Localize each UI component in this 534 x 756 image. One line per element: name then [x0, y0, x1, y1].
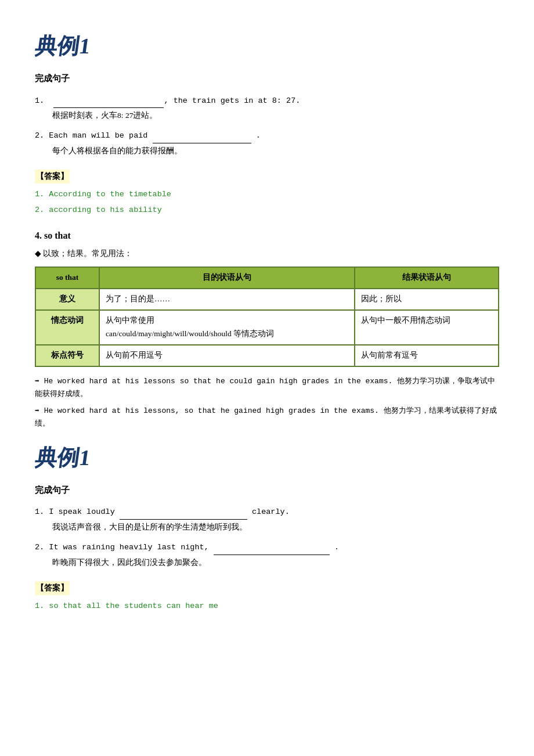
example-2-translation: 他努力学习，结果考试获得了好成绩。 — [35, 406, 497, 427]
q2-after-blank: . — [256, 131, 261, 140]
q1-number: 1. — [35, 96, 44, 105]
table-cell-meaning-col1: 为了；目的是…… — [99, 289, 355, 310]
example-1-translation: 他努力学习功课，争取考试中能获得好成绩。 — [35, 376, 495, 398]
section2-exercise-title: 完成句子 — [35, 483, 499, 498]
table-cell-meaning-col2: 因此；所以 — [355, 289, 499, 310]
q1-translation: 根据时刻表，火车8: 27进站。 — [52, 109, 499, 123]
grammar-section: 4. so that ◆ 以致；结果。常见用法： so that 目的状语从句 … — [35, 228, 499, 430]
s2q1-after: clearly. — [252, 507, 290, 516]
q2-blank — [153, 129, 251, 143]
section2-answer-block: 【答案】 1. so that all the students can hea… — [35, 577, 499, 613]
grammar-point: 4. so that — [35, 228, 499, 243]
table-cell-punct-col1: 从句前不用逗号 — [99, 345, 355, 366]
so-that-table: so that 目的状语从句 结果状语从句 意义 为了；目的是…… 因此；所以 … — [35, 267, 499, 367]
table-cell-punct-col2: 从句前常有逗号 — [355, 345, 499, 366]
grammar-note-text: 以致；结果。常见用法： — [43, 249, 132, 258]
q2-before-blank: Each man will be paid — [49, 131, 152, 140]
s2q1-number: 1. — [35, 507, 44, 516]
s2q1-before: I speak loudly — [49, 507, 120, 516]
s2q2-blank — [214, 541, 330, 555]
s2q2-translation: 昨晚雨下得很大，因此我们没去参加聚会。 — [52, 556, 499, 570]
s2q2-after: . — [334, 543, 339, 552]
section1-answer-header: 【答案】 — [35, 170, 70, 183]
svg-text:典例1: 典例1 — [35, 445, 92, 470]
section2-answer-header: 【答案】 — [35, 581, 70, 595]
table-header-1: 目的状语从句 — [99, 267, 355, 289]
diamond-icon: ◆ — [35, 249, 41, 258]
table-cell-punct-label: 标点符号 — [35, 345, 99, 366]
section1-answer-2: 2. according to his ability — [35, 204, 499, 217]
s2q1-translation: 我说话声音很，大目的是让所有的学生清楚地听到我。 — [52, 521, 499, 534]
section2-title: 典例1 — [35, 441, 110, 473]
q2-translation: 每个人将根据各自的能力获得报酬。 — [52, 145, 499, 158]
arrow-bullet-2: ➡ — [35, 406, 39, 415]
grammar-note: ◆ 以致；结果。常见用法： — [35, 247, 499, 261]
table-cell-modal-col1: 从句中常使用 can/could/may/might/will/would/sh… — [99, 310, 355, 345]
section1-answer-1: 1. According to the timetable — [35, 188, 499, 201]
q2-number: 2. — [35, 131, 44, 140]
question-2: 2. Each man will be paid . 每个人将根据各自的能力获得… — [35, 129, 499, 158]
table-header-0: so that — [35, 267, 99, 289]
table-row-modal: 情态动词 从句中常使用 can/could/may/might/will/wou… — [35, 310, 499, 345]
section2: 典例1 完成句子 1. I speak loudly clearly. 我说话声… — [35, 441, 499, 613]
table-row-punct: 标点符号 从句前不用逗号 从句前常有逗号 — [35, 345, 499, 366]
s2q2-before: It was raining heavily last night, — [49, 543, 214, 552]
table-row-meaning: 意义 为了；目的是…… 因此；所以 — [35, 289, 499, 310]
section1-title: 典例1 — [35, 29, 110, 61]
section2-question-2: 2. It was raining heavily last night, . … — [35, 541, 499, 570]
example-2: ➡ He worked hard at his lessons, so that… — [35, 405, 499, 430]
section1-answer-block: 【答案】 1. According to the timetable 2. ac… — [35, 165, 499, 217]
table-cell-modal-col2: 从句中一般不用情态动词 — [355, 310, 499, 345]
question-1: 1. , the train gets in at 8: 27. 根据时刻表，火… — [35, 95, 499, 123]
section1: 典例1 完成句子 1. , the train gets in at 8: 27… — [35, 29, 499, 217]
q1-blank-space: , — [49, 96, 173, 105]
section2-question-1: 1. I speak loudly clearly. 我说话声音很，大目的是让所… — [35, 506, 499, 534]
table-cell-modal-label: 情态动词 — [35, 310, 99, 345]
svg-text:典例1: 典例1 — [35, 34, 92, 58]
s2q1-blank — [120, 506, 247, 520]
section2-answer-1: 1. so that all the students can hear me — [35, 600, 499, 613]
arrow-bullet-1: ➡ — [35, 377, 39, 386]
s2q2-number: 2. — [35, 543, 44, 552]
table-cell-meaning-label: 意义 — [35, 289, 99, 310]
q1-after-blank: the train gets in at 8: 27. — [174, 96, 301, 105]
section1-exercise-title: 完成句子 — [35, 71, 499, 87]
table-header-2: 结果状语从句 — [355, 267, 499, 289]
example-1: ➡ He worked hard at his lessons so that … — [35, 375, 499, 401]
